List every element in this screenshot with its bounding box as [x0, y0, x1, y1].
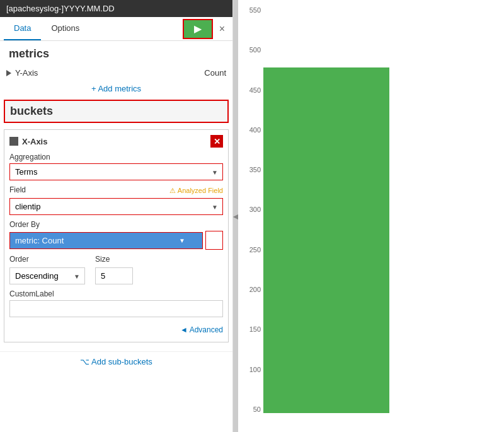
size-col: Size [95, 255, 133, 284]
chart-bar [263, 67, 389, 413]
order-select-wrapper: Descending Ascending [9, 267, 85, 284]
aggregation-select[interactable]: Terms Date Histogram Histogram Range [9, 163, 223, 180]
custom-label-input[interactable] [9, 300, 223, 317]
add-sub-buckets-button[interactable]: ⌥ Add sub-buckets [80, 357, 152, 366]
y-axis-labels: 550 500 450 400 350 300 250 200 150 100 … [238, 0, 263, 413]
tab-bar: Data Options ▶ × [0, 17, 232, 41]
advanced-row: ◄ Advanced [9, 322, 223, 337]
order-by-select[interactable]: metric: Count Custom [9, 232, 203, 249]
y-label-100: 100 [249, 366, 261, 373]
order-label: Order [9, 255, 85, 264]
y-label-500: 500 [249, 46, 261, 54]
size-input[interactable] [95, 267, 133, 284]
y-axis-label: Y-Axis [6, 68, 38, 78]
count-label: Count [204, 68, 226, 78]
panel-header: [apachesyslog-]YYYY.MM.DD [0, 0, 232, 17]
order-by-extra-button[interactable] [205, 231, 223, 250]
triangle-icon [6, 70, 11, 76]
right-panel: 550 500 450 400 350 300 250 200 150 100 … [238, 0, 504, 432]
y-label-450: 450 [249, 86, 261, 94]
buckets-box: buckets [4, 100, 229, 123]
order-select[interactable]: Descending Ascending [9, 267, 85, 284]
size-label: Size [95, 255, 133, 264]
order-by-row: metric: Count Custom [9, 231, 223, 250]
x-axis-header: X-Axis ✕ [9, 135, 223, 148]
y-label-150: 150 [249, 325, 261, 333]
y-label-300: 300 [249, 206, 261, 213]
custom-label-text: CustomLabel [9, 289, 223, 298]
x-axis-left: X-Axis [9, 137, 47, 146]
y-label-550: 550 [249, 6, 261, 14]
y-label-400: 400 [249, 126, 261, 134]
field-select[interactable]: clientip host request response [9, 198, 223, 215]
panel-divider[interactable]: ◄ [233, 0, 238, 432]
left-panel: [apachesyslog-]YYYY.MM.DD Data Options ▶… [0, 0, 233, 432]
order-by-label: Order By [9, 220, 223, 229]
add-metrics-row: + Add metrics [0, 81, 232, 100]
aggregation-select-wrapper: Terms Date Histogram Histogram Range [9, 163, 223, 180]
order-size-row: Order Descending Ascending Size [9, 255, 223, 284]
x-axis-section: X-Axis ✕ Aggregation Terms Date Histogra… [4, 129, 229, 342]
chart-area: 550 500 450 400 350 300 250 200 150 100 … [238, 0, 504, 432]
x-axis-title: X-Axis [22, 137, 47, 146]
y-label-350: 350 [249, 166, 261, 173]
aggregation-label: Aggregation [9, 153, 223, 161]
metrics-section-label: metrics [0, 41, 232, 64]
order-by-field-row: Order By metric: Count Custom [9, 220, 223, 250]
tab-options[interactable]: Options [41, 17, 89, 40]
y-label-50: 50 [253, 406, 261, 413]
close-button[interactable]: × [215, 21, 229, 37]
aggregation-field-row: Aggregation Terms Date Histogram Histogr… [9, 153, 223, 180]
analyzed-field-warning: ⚠ Analyzed Field [169, 187, 223, 195]
y-axis-text: Y-Axis [15, 68, 38, 78]
panel-title: [apachesyslog-]YYYY.MM.DD [6, 4, 115, 13]
add-metrics-button[interactable]: + Add metrics [91, 84, 141, 93]
order-col: Order Descending Ascending [9, 255, 85, 284]
y-axis-row: Y-Axis Count [0, 64, 232, 81]
field-row: Field ⚠ Analyzed Field clientip host req… [9, 185, 223, 215]
tab-data[interactable]: Data [4, 17, 41, 40]
checkbox-icon [9, 137, 18, 146]
y-label-200: 200 [249, 286, 261, 293]
advanced-link[interactable]: ◄ Advanced [180, 325, 223, 334]
custom-label-section: CustomLabel [9, 289, 223, 317]
order-by-select-wrapper: metric: Count Custom [9, 232, 203, 249]
remove-button[interactable]: ✕ [210, 135, 223, 148]
tabs-left: Data Options [4, 17, 89, 40]
buckets-label: buckets [10, 105, 53, 117]
y-label-250: 250 [249, 246, 261, 254]
field-select-wrapper: clientip host request response [9, 198, 223, 215]
field-label: Field [9, 185, 26, 194]
run-button[interactable]: ▶ [183, 19, 213, 39]
field-header-row: Field ⚠ Analyzed Field [9, 185, 223, 196]
add-sub-buckets-row: ⌥ Add sub-buckets [0, 351, 232, 371]
tab-actions: ▶ × [183, 19, 229, 39]
chart-container: Count [263, 6, 498, 413]
